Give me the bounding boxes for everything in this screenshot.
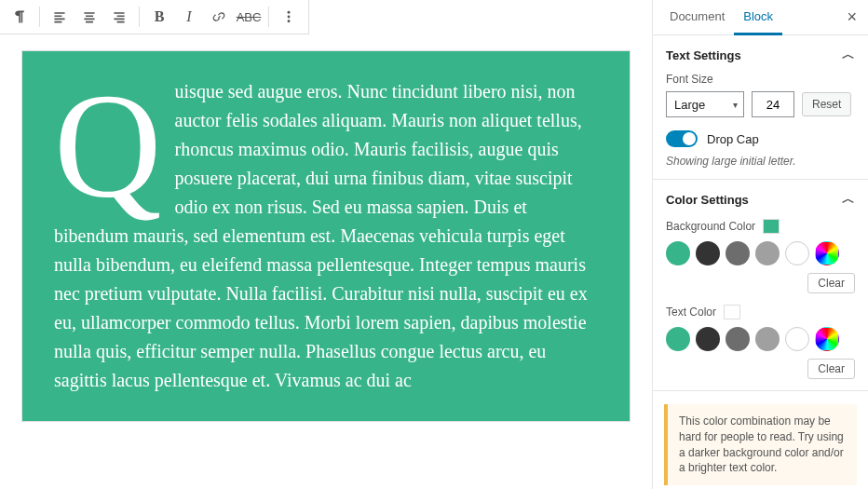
swatch-lightgray[interactable] <box>755 327 780 351</box>
more-icon <box>281 9 296 24</box>
align-left-icon <box>52 9 67 24</box>
bg-color-label: Background Color <box>666 220 755 233</box>
align-right-button[interactable] <box>105 4 133 30</box>
swatch-dark[interactable] <box>696 327 720 351</box>
dropcap-toggle[interactable] <box>666 130 698 147</box>
dropcap-hint: Showing large initial letter. <box>666 155 855 168</box>
swatch-custom[interactable] <box>815 241 839 265</box>
align-left-button[interactable] <box>46 4 74 30</box>
swatch-green[interactable] <box>666 241 690 265</box>
align-center-icon <box>82 9 97 24</box>
swatch-gray[interactable] <box>726 327 750 351</box>
bold-button[interactable]: B <box>145 4 173 30</box>
align-center-button[interactable] <box>75 4 103 30</box>
toolbar-separator <box>39 7 40 27</box>
contrast-warning-notice: This color combination may be hard for p… <box>664 404 857 485</box>
paragraph-icon <box>12 9 27 24</box>
more-options-button[interactable] <box>275 4 303 30</box>
svg-point-0 <box>288 11 291 14</box>
paragraph-block[interactable]: Q uisque sed augue eros. Nunc tincidunt … <box>22 51 630 421</box>
close-icon: × <box>847 7 857 26</box>
swatch-green[interactable] <box>666 327 690 351</box>
strikethrough-button[interactable]: ABC <box>235 4 263 30</box>
editor-canvas: B I ABC Q uisque sed augue eros. Nunc ti… <box>0 0 652 489</box>
italic-button[interactable]: I <box>175 4 203 30</box>
text-color-swatches <box>666 327 855 351</box>
swatch-white[interactable] <box>785 327 809 351</box>
block-type-button[interactable] <box>6 4 34 30</box>
font-size-row: Large Reset <box>666 91 855 117</box>
svg-point-1 <box>288 16 291 19</box>
panel-text-settings-header[interactable]: Text Settings ︿ <box>666 47 855 63</box>
align-right-icon <box>112 9 127 24</box>
svg-point-2 <box>288 20 291 22</box>
panel-text-settings: Text Settings ︿ Font Size Large Reset Dr… <box>653 35 868 180</box>
text-color-clear-button[interactable]: Clear <box>807 359 855 379</box>
toolbar-separator <box>139 7 140 27</box>
text-color-indicator <box>724 305 740 319</box>
font-size-select[interactable]: Large <box>666 91 744 117</box>
text-color-label-row: Text Color <box>666 305 855 319</box>
dropcap-row: Drop Cap <box>666 130 855 147</box>
tab-block[interactable]: Block <box>734 0 782 35</box>
swatch-dark[interactable] <box>696 241 720 265</box>
swatch-lightgray[interactable] <box>755 241 780 265</box>
panel-color-settings: Color Settings ︿ Background Color Clear … <box>653 180 868 391</box>
bg-color-clear-button[interactable]: Clear <box>807 273 855 293</box>
block-toolbar: B I ABC <box>0 0 309 34</box>
sidebar-tabs: Document Block × <box>653 0 868 35</box>
panel-title: Text Settings <box>666 48 741 62</box>
close-sidebar-button[interactable]: × <box>843 4 861 31</box>
panel-title: Color Settings <box>666 193 749 207</box>
text-color-label: Text Color <box>666 306 716 319</box>
toolbar-separator <box>268 7 269 27</box>
swatch-white[interactable] <box>785 241 809 265</box>
link-button[interactable] <box>205 4 233 30</box>
bg-color-swatches <box>666 241 855 265</box>
content-area: Q uisque sed augue eros. Nunc tincidunt … <box>0 34 652 489</box>
dropcap-letter: Q <box>54 83 162 210</box>
dropcap-label: Drop Cap <box>707 132 759 146</box>
swatch-custom[interactable] <box>815 327 839 351</box>
chevron-up-icon: ︿ <box>842 47 855 63</box>
chevron-up-icon: ︿ <box>842 191 855 208</box>
tab-document[interactable]: Document <box>660 0 734 35</box>
font-size-input[interactable] <box>752 91 794 117</box>
swatch-gray[interactable] <box>726 241 750 265</box>
font-size-label: Font Size <box>666 73 855 86</box>
bg-color-indicator <box>763 219 780 234</box>
bg-color-label-row: Background Color <box>666 219 855 234</box>
link-icon <box>211 9 226 24</box>
font-size-reset-button[interactable]: Reset <box>802 92 851 116</box>
panel-color-settings-header[interactable]: Color Settings ︿ <box>666 191 855 208</box>
sidebar: Document Block × Text Settings ︿ Font Si… <box>652 0 868 489</box>
